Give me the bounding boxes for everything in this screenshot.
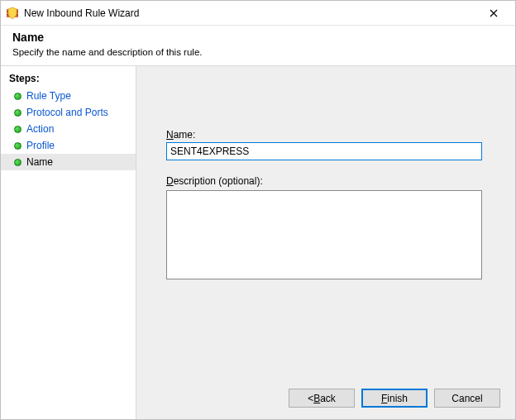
cancel-button[interactable]: Cancel	[434, 389, 500, 408]
step-protocol-and-ports[interactable]: Protocol and Ports	[1, 104, 136, 121]
name-label: Name:	[166, 129, 485, 141]
description-label: Description (optional):	[166, 175, 485, 187]
wizard-header: Name Specify the name and description of…	[1, 26, 515, 66]
step-name[interactable]: Name	[1, 154, 136, 170]
page-title: Name	[12, 31, 504, 44]
window-title: New Inbound Rule Wizard	[24, 7, 477, 19]
step-label: Profile	[26, 140, 55, 151]
titlebar: New Inbound Rule Wizard	[1, 1, 515, 26]
finish-button[interactable]: Finish	[361, 389, 428, 408]
step-label: Protocol and Ports	[26, 107, 108, 118]
close-button[interactable]	[477, 2, 510, 25]
form-area: Name: Description (optional):	[166, 66, 485, 283]
step-rule-type[interactable]: Rule Type	[1, 88, 136, 104]
wizard-window: New Inbound Rule Wizard Name Specify the…	[0, 0, 516, 420]
firewall-icon	[6, 7, 19, 20]
step-profile[interactable]: Profile	[1, 137, 136, 154]
step-bullet-icon	[14, 109, 22, 117]
back-button[interactable]: < Back	[289, 389, 355, 408]
step-label: Name	[26, 156, 53, 168]
page-subtitle: Specify the name and description of this…	[12, 47, 504, 57]
button-row: < Back Finish Cancel	[289, 389, 500, 408]
name-input[interactable]	[166, 142, 482, 160]
step-label: Rule Type	[26, 90, 71, 102]
description-input[interactable]	[166, 190, 482, 279]
step-label: Action	[26, 123, 54, 135]
step-bullet-icon	[14, 93, 22, 100]
step-bullet-icon	[14, 126, 22, 133]
steps-sidebar: Steps: Rule Type Protocol and Ports Acti…	[1, 66, 136, 419]
content-panel: Name: Description (optional): < Back Fin…	[136, 66, 515, 419]
step-bullet-icon	[14, 142, 22, 150]
wizard-body: Steps: Rule Type Protocol and Ports Acti…	[1, 66, 515, 419]
step-bullet-icon	[14, 159, 22, 166]
step-action[interactable]: Action	[1, 121, 136, 137]
steps-heading: Steps:	[1, 71, 136, 88]
